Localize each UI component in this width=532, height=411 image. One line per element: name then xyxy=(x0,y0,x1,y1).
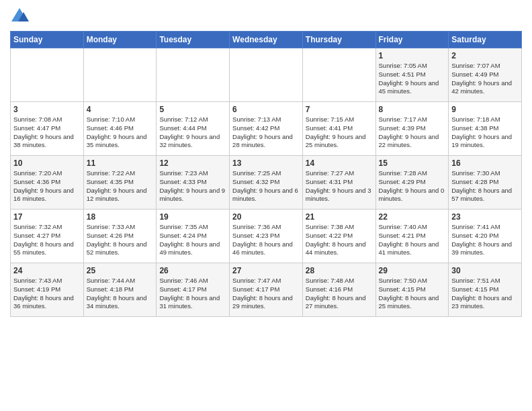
day-number: 4 xyxy=(87,105,154,114)
calendar-cell: 7Sunrise: 7:15 AM Sunset: 4:41 PM Daylig… xyxy=(302,102,375,156)
day-number: 16 xyxy=(451,158,519,168)
calendar-cell: 2Sunrise: 7:07 AM Sunset: 4:49 PM Daylig… xyxy=(449,48,522,102)
day-info: Sunrise: 7:18 AM Sunset: 4:38 PM Dayligh… xyxy=(451,116,519,150)
calendar-cell: 15Sunrise: 7:28 AM Sunset: 4:29 PM Dayli… xyxy=(375,156,449,210)
day-number: 23 xyxy=(451,212,519,222)
calendar-cell: 4Sunrise: 7:10 AM Sunset: 4:46 PM Daylig… xyxy=(83,102,157,156)
header-cell-thursday: Thursday xyxy=(302,32,375,48)
day-info: Sunrise: 7:50 AM Sunset: 4:15 PM Dayligh… xyxy=(379,277,446,311)
calendar-cell: 23Sunrise: 7:41 AM Sunset: 4:20 PM Dayli… xyxy=(449,210,522,263)
day-number: 6 xyxy=(232,105,300,114)
day-info: Sunrise: 7:05 AM Sunset: 4:51 PM Dayligh… xyxy=(379,62,446,96)
calendar-week-3: 17Sunrise: 7:32 AM Sunset: 4:27 PM Dayli… xyxy=(11,210,522,263)
calendar-cell: 1Sunrise: 7:05 AM Sunset: 4:51 PM Daylig… xyxy=(375,48,449,102)
day-info: Sunrise: 7:35 AM Sunset: 4:24 PM Dayligh… xyxy=(159,223,226,257)
day-info: Sunrise: 7:20 AM Sunset: 4:36 PM Dayligh… xyxy=(13,169,81,203)
day-info: Sunrise: 7:22 AM Sunset: 4:35 PM Dayligh… xyxy=(87,169,154,203)
calendar-cell: 16Sunrise: 7:30 AM Sunset: 4:28 PM Dayli… xyxy=(449,156,522,210)
calendar-cell: 13Sunrise: 7:25 AM Sunset: 4:32 PM Dayli… xyxy=(230,156,303,210)
calendar-cell: 10Sunrise: 7:20 AM Sunset: 4:36 PM Dayli… xyxy=(11,156,84,210)
calendar-cell: 21Sunrise: 7:38 AM Sunset: 4:22 PM Dayli… xyxy=(302,210,375,263)
day-number: 2 xyxy=(451,51,519,60)
header-cell-wednesday: Wednesday xyxy=(230,32,303,48)
header-cell-saturday: Saturday xyxy=(449,32,522,48)
day-number: 3 xyxy=(13,105,81,114)
header xyxy=(10,7,522,26)
day-number: 8 xyxy=(379,105,446,114)
header-row: SundayMondayTuesdayWednesdayThursdayFrid… xyxy=(11,32,522,48)
day-info: Sunrise: 7:17 AM Sunset: 4:39 PM Dayligh… xyxy=(379,116,446,150)
day-info: Sunrise: 7:08 AM Sunset: 4:47 PM Dayligh… xyxy=(13,116,81,150)
calendar-week-0: 1Sunrise: 7:05 AM Sunset: 4:51 PM Daylig… xyxy=(11,48,522,102)
day-info: Sunrise: 7:38 AM Sunset: 4:22 PM Dayligh… xyxy=(306,223,373,257)
logo xyxy=(10,7,32,26)
day-info: Sunrise: 7:13 AM Sunset: 4:42 PM Dayligh… xyxy=(232,116,300,150)
calendar-cell: 27Sunrise: 7:47 AM Sunset: 4:17 PM Dayli… xyxy=(230,263,303,317)
day-info: Sunrise: 7:48 AM Sunset: 4:16 PM Dayligh… xyxy=(306,277,373,311)
calendar-cell: 14Sunrise: 7:27 AM Sunset: 4:31 PM Dayli… xyxy=(302,156,375,210)
calendar-cell: 12Sunrise: 7:23 AM Sunset: 4:33 PM Dayli… xyxy=(157,156,230,210)
day-info: Sunrise: 7:25 AM Sunset: 4:32 PM Dayligh… xyxy=(232,169,300,203)
day-number: 11 xyxy=(87,158,154,168)
day-info: Sunrise: 7:10 AM Sunset: 4:46 PM Dayligh… xyxy=(87,116,154,150)
calendar-cell: 28Sunrise: 7:48 AM Sunset: 4:16 PM Dayli… xyxy=(302,263,375,317)
calendar-cell: 11Sunrise: 7:22 AM Sunset: 4:35 PM Dayli… xyxy=(83,156,157,210)
day-number: 27 xyxy=(232,266,300,275)
day-number: 18 xyxy=(87,212,154,222)
day-number: 5 xyxy=(159,105,226,114)
header-cell-tuesday: Tuesday xyxy=(157,32,230,48)
day-info: Sunrise: 7:30 AM Sunset: 4:28 PM Dayligh… xyxy=(451,169,519,203)
day-info: Sunrise: 7:32 AM Sunset: 4:27 PM Dayligh… xyxy=(13,223,81,257)
day-number: 21 xyxy=(306,212,373,222)
calendar-cell: 30Sunrise: 7:51 AM Sunset: 4:15 PM Dayli… xyxy=(449,263,522,317)
calendar-cell: 19Sunrise: 7:35 AM Sunset: 4:24 PM Dayli… xyxy=(157,210,230,263)
calendar-cell: 9Sunrise: 7:18 AM Sunset: 4:38 PM Daylig… xyxy=(449,102,522,156)
day-info: Sunrise: 7:51 AM Sunset: 4:15 PM Dayligh… xyxy=(451,277,519,311)
header-cell-friday: Friday xyxy=(375,32,449,48)
calendar-cell xyxy=(83,48,157,102)
calendar-header: SundayMondayTuesdayWednesdayThursdayFrid… xyxy=(11,32,522,48)
day-number: 30 xyxy=(451,266,519,275)
calendar-week-2: 10Sunrise: 7:20 AM Sunset: 4:36 PM Dayli… xyxy=(11,156,522,210)
calendar-cell xyxy=(230,48,303,102)
day-info: Sunrise: 7:33 AM Sunset: 4:26 PM Dayligh… xyxy=(87,223,154,257)
calendar-cell: 8Sunrise: 7:17 AM Sunset: 4:39 PM Daylig… xyxy=(375,102,449,156)
calendar-cell: 25Sunrise: 7:44 AM Sunset: 4:18 PM Dayli… xyxy=(83,263,157,317)
day-info: Sunrise: 7:47 AM Sunset: 4:17 PM Dayligh… xyxy=(232,277,300,311)
day-number: 1 xyxy=(379,51,446,60)
day-number: 25 xyxy=(87,266,154,275)
day-info: Sunrise: 7:43 AM Sunset: 4:19 PM Dayligh… xyxy=(13,277,81,311)
logo-icon xyxy=(10,7,29,26)
day-info: Sunrise: 7:44 AM Sunset: 4:18 PM Dayligh… xyxy=(87,277,154,311)
day-info: Sunrise: 7:28 AM Sunset: 4:29 PM Dayligh… xyxy=(379,169,446,203)
calendar-cell: 17Sunrise: 7:32 AM Sunset: 4:27 PM Dayli… xyxy=(11,210,84,263)
day-info: Sunrise: 7:36 AM Sunset: 4:23 PM Dayligh… xyxy=(232,223,300,257)
calendar-cell: 5Sunrise: 7:12 AM Sunset: 4:44 PM Daylig… xyxy=(157,102,230,156)
day-number: 20 xyxy=(232,212,300,222)
calendar-body: 1Sunrise: 7:05 AM Sunset: 4:51 PM Daylig… xyxy=(11,48,522,317)
day-info: Sunrise: 7:23 AM Sunset: 4:33 PM Dayligh… xyxy=(159,169,226,203)
calendar-week-1: 3Sunrise: 7:08 AM Sunset: 4:47 PM Daylig… xyxy=(11,102,522,156)
calendar-cell: 26Sunrise: 7:46 AM Sunset: 4:17 PM Dayli… xyxy=(157,263,230,317)
calendar-table: SundayMondayTuesdayWednesdayThursdayFrid… xyxy=(10,31,522,317)
calendar-week-4: 24Sunrise: 7:43 AM Sunset: 4:19 PM Dayli… xyxy=(11,263,522,317)
day-number: 10 xyxy=(13,158,81,168)
calendar-cell xyxy=(11,48,84,102)
day-number: 19 xyxy=(159,212,226,222)
calendar-cell: 29Sunrise: 7:50 AM Sunset: 4:15 PM Dayli… xyxy=(375,263,449,317)
day-number: 24 xyxy=(13,266,81,275)
day-number: 7 xyxy=(306,105,373,114)
calendar-cell xyxy=(302,48,375,102)
calendar-cell: 6Sunrise: 7:13 AM Sunset: 4:42 PM Daylig… xyxy=(230,102,303,156)
calendar-cell: 18Sunrise: 7:33 AM Sunset: 4:26 PM Dayli… xyxy=(83,210,157,263)
day-number: 17 xyxy=(13,212,81,222)
day-info: Sunrise: 7:40 AM Sunset: 4:21 PM Dayligh… xyxy=(379,223,446,257)
day-info: Sunrise: 7:15 AM Sunset: 4:41 PM Dayligh… xyxy=(306,116,373,150)
day-number: 28 xyxy=(306,266,373,275)
header-cell-sunday: Sunday xyxy=(11,32,84,48)
day-info: Sunrise: 7:12 AM Sunset: 4:44 PM Dayligh… xyxy=(159,116,226,150)
day-number: 15 xyxy=(379,158,446,168)
day-number: 14 xyxy=(306,158,373,168)
header-cell-monday: Monday xyxy=(83,32,157,48)
calendar-cell: 22Sunrise: 7:40 AM Sunset: 4:21 PM Dayli… xyxy=(375,210,449,263)
